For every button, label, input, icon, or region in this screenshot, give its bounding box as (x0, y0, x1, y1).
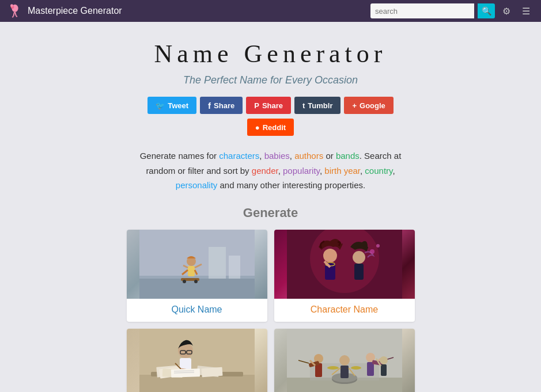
svg-point-72 (327, 366, 339, 370)
svg-point-19 (194, 280, 198, 283)
reddit-icon: ● (255, 123, 260, 132)
gender-link[interactable]: gender (252, 166, 278, 176)
svg-point-2 (10, 4, 13, 7)
facebook-icon: f (208, 101, 211, 111)
svg-rect-12 (229, 256, 240, 279)
personality-link[interactable]: personality (176, 180, 218, 190)
popularity-link[interactable]: popularity (283, 166, 320, 176)
filter-icon: ⚙ (502, 6, 510, 17)
character-name-image (274, 230, 415, 299)
svg-line-6 (15, 12, 16, 16)
social-buttons-row1: 🐦 Tweet f Share P Share t Tumblr + Googl… (58, 97, 484, 114)
authors-link[interactable]: authors (294, 151, 323, 161)
character-name-card[interactable]: Character Name (274, 230, 415, 322)
search-input[interactable] (370, 3, 474, 18)
search-icon: 🔍 (482, 6, 491, 16)
cards-grid: Quick Name (127, 230, 415, 393)
svg-point-69 (380, 356, 388, 364)
band-name-card[interactable]: Band Name (274, 329, 415, 393)
babies-link[interactable]: babies (264, 151, 290, 161)
svg-point-30 (370, 249, 374, 254)
svg-rect-70 (381, 364, 387, 376)
twitter-icon: 🐦 (156, 101, 165, 110)
svg-line-7 (16, 16, 17, 17)
pen-name-image (127, 329, 267, 393)
navbar-right: 🔍 ⚙ ☰ (370, 3, 534, 18)
pinterest-icon: P (254, 101, 259, 110)
pen-name-card[interactable]: Pen Name (127, 329, 267, 393)
svg-rect-14 (188, 266, 195, 276)
brand: Masterpiece Generator (7, 3, 122, 19)
svg-rect-33 (139, 375, 255, 393)
facebook-button[interactable]: f Share (200, 97, 243, 114)
google-button[interactable]: + Google (344, 97, 393, 114)
country-link[interactable]: country (365, 166, 392, 176)
svg-rect-39 (201, 367, 222, 376)
flamingo-icon (7, 3, 23, 19)
menu-icon-button[interactable]: ☰ (518, 3, 534, 18)
twitter-button[interactable]: 🐦 Tweet (147, 97, 196, 114)
social-buttons-row2: ● Reddit (58, 119, 484, 136)
main-content: Name Generator The Perfect Name for Ever… (46, 22, 495, 392)
hamburger-icon: ☰ (522, 6, 530, 17)
quick-name-image (127, 230, 267, 299)
quick-name-card[interactable]: Quick Name (127, 230, 267, 322)
svg-point-55 (339, 355, 350, 366)
characters-link[interactable]: characters (219, 151, 259, 161)
quick-name-label: Quick Name (127, 299, 267, 322)
svg-rect-3 (11, 7, 12, 7)
svg-rect-65 (367, 362, 374, 376)
tumblr-button[interactable]: t Tumblr (294, 97, 341, 114)
svg-point-31 (376, 244, 380, 248)
svg-point-73 (351, 366, 361, 370)
svg-rect-56 (341, 366, 349, 378)
svg-point-24 (323, 249, 337, 262)
birth-year-link[interactable]: birth year (324, 166, 360, 176)
search-button[interactable]: 🔍 (478, 3, 495, 18)
svg-rect-11 (209, 247, 226, 279)
filter-icon-button[interactable]: ⚙ (498, 3, 514, 18)
bands-link[interactable]: bands (336, 151, 360, 161)
page-title: Name Generator (58, 39, 484, 68)
svg-line-5 (12, 16, 13, 17)
generate-section-label: Generate (58, 205, 484, 220)
google-icon: + (352, 101, 357, 110)
navbar: Masterpiece Generator 🔍 ⚙ ☰ (0, 0, 541, 22)
pinterest-share-button[interactable]: P Share (246, 97, 291, 114)
brand-label: Masterpiece Generator (28, 6, 122, 16)
description: Generate names for characters, babies, a… (133, 149, 409, 193)
tumblr-icon: t (302, 101, 305, 110)
svg-line-4 (13, 12, 14, 16)
svg-rect-29 (354, 264, 364, 280)
svg-point-18 (183, 280, 186, 283)
svg-point-28 (353, 251, 365, 264)
character-name-label: Character Name (274, 299, 415, 322)
page-subtitle: The Perfect Name for Every Occasion (58, 74, 484, 86)
reddit-button[interactable]: ● Reddit (247, 119, 294, 136)
band-name-image (274, 329, 415, 393)
